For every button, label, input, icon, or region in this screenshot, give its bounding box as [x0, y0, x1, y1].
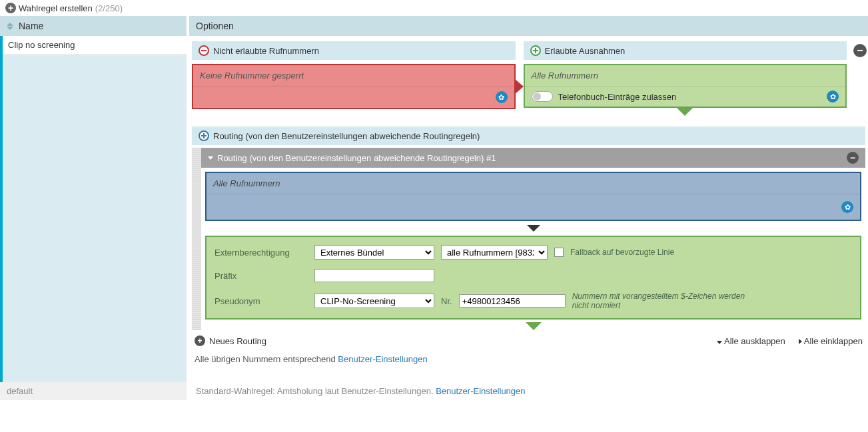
default-rule-text: Standard-Wahlregel: Amtsholung laut Benu… [189, 382, 868, 400]
name-header-label: Name [19, 21, 43, 31]
phonebook-label: Telefonbuch-Einträge zulassen [558, 92, 677, 102]
allowed-exceptions-box: Alle Rufnummern Telefonbuch-Einträge zul… [524, 64, 847, 108]
pseudonym-label: Pseudonym [215, 296, 308, 306]
blocked-title: Nicht erlaubte Rufnummern [213, 46, 319, 56]
fallback-checkbox[interactable] [554, 248, 564, 257]
extern-select[interactable]: Externes Bündel [314, 245, 434, 260]
top-bar: + Wahlregel erstellen (2/250) [0, 0, 868, 16]
sidebar-item-label: Clip no screening [8, 40, 75, 50]
arrow-down-icon [527, 225, 540, 232]
create-rule-label[interactable]: Wahlregel erstellen [19, 3, 93, 13]
gear-icon[interactable]: ✿ [841, 201, 853, 213]
gear-icon[interactable]: ✿ [827, 91, 839, 103]
phonebook-toggle[interactable] [532, 91, 553, 102]
options-column-header: Optionen [189, 16, 868, 36]
drag-handle[interactable] [192, 148, 201, 330]
plus-icon [530, 45, 541, 56]
gear-icon[interactable]: ✿ [496, 91, 508, 103]
blocked-numbers-header: Nicht erlaubte Rufnummern [192, 41, 516, 60]
allowed-exceptions-header: Erlaubte Ausnahmen [524, 41, 847, 60]
rules-sidebar: Clip no screening [0, 36, 187, 382]
routing-numbers-box: Alle Rufnummern ✿ [205, 172, 861, 221]
blocked-empty-text: Keine Rufnummer gesperrt [193, 65, 514, 87]
add-routing-icon[interactable]: + [195, 335, 205, 346]
allowed-all-text: Alle Rufnummern [525, 65, 846, 87]
user-settings-link[interactable]: Benutzer-Einstellungen [338, 354, 427, 364]
default-rule-name[interactable]: default [0, 382, 187, 400]
chevron-down-icon[interactable] [208, 156, 213, 160]
new-routing-button[interactable]: Neues Routing [209, 336, 266, 346]
user-settings-link[interactable]: Benutzer-Einstellungen [436, 386, 525, 396]
routing-title: Routing (von den Benutzereinstellungen a… [213, 131, 480, 141]
arrow-right-icon [514, 79, 524, 95]
bundle-select[interactable]: alle Rufnummern [98322 [441, 245, 548, 260]
expand-all-button[interactable]: Alle ausklappen [717, 336, 785, 346]
remove-rule-icon[interactable]: − [853, 44, 867, 57]
rest-numbers-text: Alle übrigen Nummern entsprechend Benutz… [192, 351, 865, 367]
remove-routing-icon[interactable]: − [847, 152, 859, 164]
arrow-down-icon [677, 108, 693, 116]
nr-input[interactable] [459, 294, 566, 308]
routing-form: Externberechtigung Externes Bündel alle … [205, 236, 861, 320]
routing-sub-header[interactable]: Routing (von den Benutzereinstellungen a… [201, 148, 865, 168]
rule-count: (2/250) [95, 3, 123, 13]
pseudonym-select[interactable]: CLIP-No-Screening [314, 294, 434, 308]
sidebar-item-rule[interactable]: Clip no screening [3, 36, 187, 55]
nr-hint: Nummern mit vorangestelltem $-Zeichen we… [572, 292, 759, 310]
fallback-label: Fallback auf bevorzugte Linie [570, 248, 674, 257]
options-header-label: Optionen [196, 21, 234, 31]
sort-icon[interactable] [7, 21, 16, 31]
allowed-title: Erlaubte Ausnahmen [545, 46, 626, 56]
minus-icon [199, 45, 209, 56]
arrow-down-icon [526, 322, 542, 330]
plus-icon [199, 130, 209, 141]
prefix-input[interactable] [314, 269, 434, 282]
extern-label: Externberechtigung [215, 248, 308, 258]
name-column-header[interactable]: Name [0, 16, 187, 36]
add-icon[interactable]: + [5, 3, 16, 13]
nr-label: Nr. [441, 296, 452, 306]
routing-all-numbers: Alle Rufnummern [207, 173, 860, 194]
prefix-label: Präfix [215, 271, 308, 281]
collapse-all-button[interactable]: Alle einklappen [799, 336, 863, 346]
routing-sub-title: Routing (von den Benutzereinstellungen a… [217, 153, 496, 163]
routing-header: Routing (von den Benutzereinstellungen a… [192, 126, 865, 145]
blocked-numbers-box: Keine Rufnummer gesperrt ✿ [192, 64, 516, 109]
